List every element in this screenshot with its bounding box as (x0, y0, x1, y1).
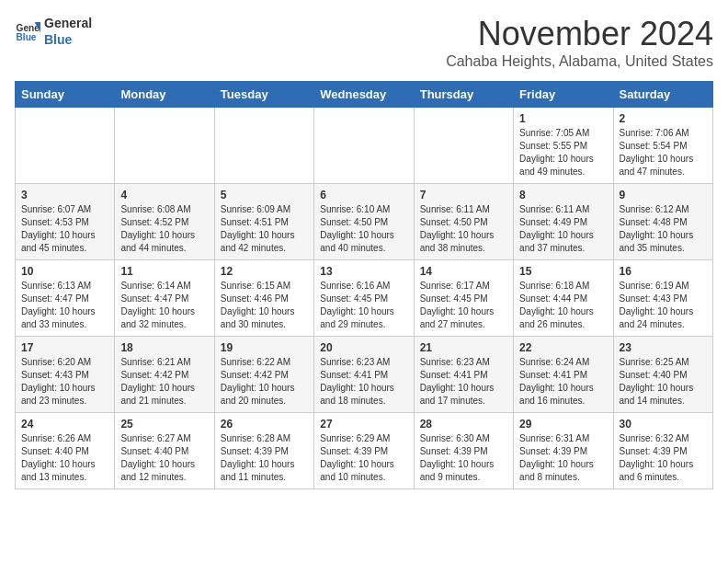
day-info: Sunrise: 6:22 AM Sunset: 4:42 PM Dayligh… (221, 356, 308, 408)
calendar-cell: 26Sunrise: 6:28 AM Sunset: 4:39 PM Dayli… (214, 413, 313, 489)
calendar-cell: 11Sunrise: 6:14 AM Sunset: 4:47 PM Dayli… (115, 260, 214, 337)
day-info: Sunrise: 6:26 AM Sunset: 4:40 PM Dayligh… (21, 432, 108, 484)
calendar-cell: 9Sunrise: 6:12 AM Sunset: 4:48 PM Daylig… (613, 184, 712, 260)
calendar-cell: 24Sunrise: 6:26 AM Sunset: 4:40 PM Dayli… (16, 413, 115, 489)
day-info: Sunrise: 6:16 AM Sunset: 4:45 PM Dayligh… (320, 280, 407, 331)
calendar-cell: 29Sunrise: 6:31 AM Sunset: 4:39 PM Dayli… (514, 413, 613, 489)
day-info: Sunrise: 6:20 AM Sunset: 4:43 PM Dayligh… (21, 356, 108, 408)
day-info: Sunrise: 6:21 AM Sunset: 4:42 PM Dayligh… (120, 356, 208, 408)
weekday-header-friday: Friday (514, 82, 613, 108)
calendar-header: SundayMondayTuesdayWednesdayThursdayFrid… (16, 82, 713, 108)
day-info: Sunrise: 6:27 AM Sunset: 4:40 PM Dayligh… (120, 432, 208, 484)
logo: General Blue General Blue (15, 15, 92, 48)
calendar-cell: 20Sunrise: 6:23 AM Sunset: 4:41 PM Dayli… (314, 337, 414, 413)
calendar-cell: 14Sunrise: 6:17 AM Sunset: 4:45 PM Dayli… (414, 260, 513, 337)
day-number: 13 (320, 265, 407, 278)
weekday-header-tuesday: Tuesday (214, 82, 313, 108)
calendar-cell (314, 108, 414, 184)
calendar-table: SundayMondayTuesdayWednesdayThursdayFrid… (15, 81, 713, 489)
calendar-cell: 17Sunrise: 6:20 AM Sunset: 4:43 PM Dayli… (16, 337, 115, 413)
calendar-cell: 28Sunrise: 6:30 AM Sunset: 4:39 PM Dayli… (414, 413, 513, 489)
calendar-cell: 21Sunrise: 6:23 AM Sunset: 4:41 PM Dayli… (414, 337, 513, 413)
weekday-header-row: SundayMondayTuesdayWednesdayThursdayFrid… (16, 82, 713, 108)
day-number: 10 (21, 265, 108, 278)
day-info: Sunrise: 7:05 AM Sunset: 5:55 PM Dayligh… (519, 127, 607, 178)
weekday-header-thursday: Thursday (414, 82, 513, 108)
day-info: Sunrise: 6:30 AM Sunset: 4:39 PM Dayligh… (420, 432, 507, 484)
day-number: 11 (120, 265, 208, 278)
page-header: General Blue General Blue November 2024 … (15, 15, 713, 70)
calendar-cell: 12Sunrise: 6:15 AM Sunset: 4:46 PM Dayli… (214, 260, 313, 337)
day-info: Sunrise: 6:17 AM Sunset: 4:45 PM Dayligh… (420, 280, 507, 331)
calendar-cell: 15Sunrise: 6:18 AM Sunset: 4:44 PM Dayli… (514, 260, 613, 337)
day-number: 20 (320, 341, 407, 354)
month-title: November 2024 (446, 15, 713, 53)
day-info: Sunrise: 6:07 AM Sunset: 4:53 PM Dayligh… (21, 203, 108, 255)
weekday-header-sunday: Sunday (16, 82, 115, 108)
calendar-cell (414, 108, 513, 184)
day-number: 7 (420, 189, 507, 201)
day-info: Sunrise: 6:19 AM Sunset: 4:43 PM Dayligh… (620, 280, 707, 331)
day-number: 19 (221, 341, 308, 354)
day-number: 27 (320, 418, 407, 431)
day-number: 26 (221, 418, 308, 431)
day-number: 25 (120, 418, 208, 431)
day-info: Sunrise: 7:06 AM Sunset: 5:54 PM Dayligh… (620, 127, 707, 178)
day-number: 16 (620, 265, 707, 278)
logo-icon: General Blue (15, 18, 40, 44)
day-number: 2 (620, 112, 707, 125)
svg-text:Blue: Blue (17, 32, 37, 42)
calendar-cell: 23Sunrise: 6:25 AM Sunset: 4:40 PM Dayli… (613, 337, 712, 413)
day-number: 12 (221, 265, 308, 278)
day-info: Sunrise: 6:10 AM Sunset: 4:50 PM Dayligh… (320, 203, 407, 255)
day-info: Sunrise: 6:12 AM Sunset: 4:48 PM Dayligh… (620, 203, 707, 255)
day-info: Sunrise: 6:15 AM Sunset: 4:46 PM Dayligh… (221, 280, 308, 331)
day-info: Sunrise: 6:24 AM Sunset: 4:41 PM Dayligh… (519, 356, 607, 408)
logo-text-general: General (44, 15, 92, 31)
calendar-cell: 1Sunrise: 7:05 AM Sunset: 5:55 PM Daylig… (514, 108, 613, 184)
week-row-5: 24Sunrise: 6:26 AM Sunset: 4:40 PM Dayli… (16, 413, 713, 489)
calendar-cell: 22Sunrise: 6:24 AM Sunset: 4:41 PM Dayli… (514, 337, 613, 413)
calendar-cell (16, 108, 115, 184)
logo-text-blue: Blue (44, 31, 92, 48)
day-number: 5 (221, 189, 308, 201)
day-number: 6 (320, 189, 407, 201)
calendar-cell: 18Sunrise: 6:21 AM Sunset: 4:42 PM Dayli… (115, 337, 214, 413)
day-info: Sunrise: 6:23 AM Sunset: 4:41 PM Dayligh… (420, 356, 507, 408)
day-number: 14 (420, 265, 507, 278)
calendar-cell (214, 108, 313, 184)
day-info: Sunrise: 6:13 AM Sunset: 4:47 PM Dayligh… (21, 280, 108, 331)
weekday-header-wednesday: Wednesday (314, 82, 414, 108)
day-number: 23 (620, 341, 707, 354)
week-row-3: 10Sunrise: 6:13 AM Sunset: 4:47 PM Dayli… (16, 260, 713, 337)
calendar-cell: 3Sunrise: 6:07 AM Sunset: 4:53 PM Daylig… (16, 184, 115, 260)
title-block: November 2024 Cahaba Heights, Alabama, U… (446, 15, 713, 70)
calendar-cell (115, 108, 214, 184)
week-row-2: 3Sunrise: 6:07 AM Sunset: 4:53 PM Daylig… (16, 184, 713, 260)
day-number: 15 (519, 265, 607, 278)
day-info: Sunrise: 6:08 AM Sunset: 4:52 PM Dayligh… (120, 203, 208, 255)
calendar-cell: 10Sunrise: 6:13 AM Sunset: 4:47 PM Dayli… (16, 260, 115, 337)
day-number: 30 (620, 418, 707, 431)
day-info: Sunrise: 6:29 AM Sunset: 4:39 PM Dayligh… (320, 432, 407, 484)
day-info: Sunrise: 6:09 AM Sunset: 4:51 PM Dayligh… (221, 203, 308, 255)
calendar-cell: 27Sunrise: 6:29 AM Sunset: 4:39 PM Dayli… (314, 413, 414, 489)
calendar-cell: 8Sunrise: 6:11 AM Sunset: 4:49 PM Daylig… (514, 184, 613, 260)
day-number: 28 (420, 418, 507, 431)
location-title: Cahaba Heights, Alabama, United States (446, 53, 713, 70)
day-number: 3 (21, 189, 108, 201)
calendar-cell: 7Sunrise: 6:11 AM Sunset: 4:50 PM Daylig… (414, 184, 513, 260)
day-number: 18 (120, 341, 208, 354)
day-info: Sunrise: 6:31 AM Sunset: 4:39 PM Dayligh… (519, 432, 607, 484)
calendar-body: 1Sunrise: 7:05 AM Sunset: 5:55 PM Daylig… (16, 108, 713, 489)
weekday-header-saturday: Saturday (613, 82, 712, 108)
day-number: 1 (519, 112, 607, 125)
calendar-cell: 19Sunrise: 6:22 AM Sunset: 4:42 PM Dayli… (214, 337, 313, 413)
day-info: Sunrise: 6:28 AM Sunset: 4:39 PM Dayligh… (221, 432, 308, 484)
day-number: 21 (420, 341, 507, 354)
calendar-cell: 13Sunrise: 6:16 AM Sunset: 4:45 PM Dayli… (314, 260, 414, 337)
calendar-cell: 4Sunrise: 6:08 AM Sunset: 4:52 PM Daylig… (115, 184, 214, 260)
day-number: 24 (21, 418, 108, 431)
day-number: 8 (519, 189, 607, 201)
day-info: Sunrise: 6:25 AM Sunset: 4:40 PM Dayligh… (620, 356, 707, 408)
